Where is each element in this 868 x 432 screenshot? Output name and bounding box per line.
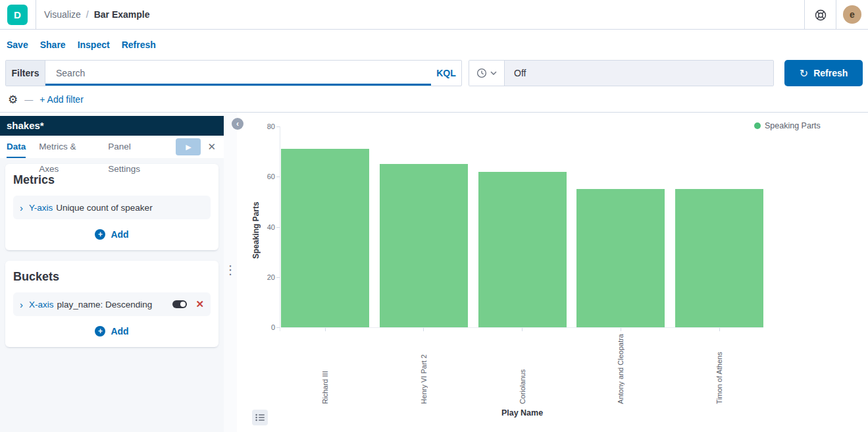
breadcrumb-section[interactable]: Visualize: [44, 9, 81, 20]
y-tick-label: 20: [253, 273, 275, 281]
apply-changes-button[interactable]: ▶: [176, 138, 201, 155]
x-axis-title: Play Name: [281, 408, 763, 418]
x-tick-mark: [325, 328, 326, 331]
breadcrumb-separator: /: [86, 9, 89, 20]
x-label-cell: Timon of Athens: [675, 334, 763, 404]
x-axis-labels: Richard IIIHenry VI Part 2CoriolanusAnto…: [281, 334, 763, 404]
time-picker-button[interactable]: [469, 61, 505, 86]
play-icon: ▶: [186, 143, 191, 151]
time-picker: Off: [469, 60, 774, 86]
clock-icon: [476, 68, 487, 78]
refresh-button-label: Refresh: [813, 68, 848, 78]
y-tick-label: 0: [253, 323, 275, 331]
bucket-label: play_name: Descending: [57, 300, 153, 310]
save-button[interactable]: Save: [7, 40, 28, 50]
metric-label: Unique count of speaker: [56, 203, 152, 213]
y-tick-mark: [276, 277, 280, 278]
add-filter-button[interactable]: + Add filter: [39, 94, 84, 105]
y-tick-mark: [276, 176, 280, 177]
tab-data[interactable]: Data: [7, 136, 26, 158]
toggle-legend-button[interactable]: [252, 410, 268, 425]
bar-3[interactable]: [478, 172, 567, 327]
x-axis-tick-marks: [281, 328, 763, 331]
plus-icon: +: [95, 326, 105, 337]
y-tick-label: 40: [253, 223, 275, 231]
x-tick-cell: [478, 328, 567, 331]
refresh-icon: ↻: [800, 67, 808, 80]
bar-1[interactable]: [281, 149, 369, 327]
add-metric-button[interactable]: + Add: [13, 229, 211, 240]
x-tick-mark: [719, 328, 720, 331]
y-tick-mark: [276, 227, 280, 228]
x-tick-cell: [576, 328, 665, 331]
x-label-cell: Antony and Cleopatra: [576, 334, 665, 404]
x-tick-cell: [380, 328, 468, 331]
chevron-right-icon: ›: [20, 299, 23, 310]
filter-bar: ⚙ — + Add filter: [0, 87, 868, 113]
share-button[interactable]: Share: [40, 40, 66, 50]
divider: [36, 0, 36, 29]
resize-handle-icon[interactable]: ⋮: [224, 264, 237, 276]
index-pattern-header: shakes*: [0, 116, 224, 136]
breadcrumb: Visualize / Bar Example: [44, 0, 150, 29]
gear-icon[interactable]: ⚙: [8, 94, 18, 105]
refresh-link[interactable]: Refresh: [122, 40, 156, 50]
kql-button[interactable]: KQL: [431, 61, 461, 86]
y-tick-mark: [276, 327, 280, 328]
chevron-right-icon: ›: [20, 202, 23, 213]
x-tick-mark: [423, 328, 424, 331]
legend-item[interactable]: Speaking Parts: [754, 121, 821, 130]
x-axis-label: Henry VI Part 2: [420, 334, 428, 404]
list-icon: [255, 414, 265, 421]
metric-y-axis-row[interactable]: › Y-axis Unique count of speaker: [13, 196, 211, 219]
buckets-title: Buckets: [13, 270, 211, 284]
discard-changes-icon[interactable]: ✕: [207, 141, 216, 153]
collapse-sidebar-button[interactable]: ‹: [232, 118, 243, 130]
help-button[interactable]: [813, 7, 829, 23]
bucket-x-axis-row[interactable]: › X-axis play_name: Descending ✕: [13, 292, 211, 316]
tab-panel-settings[interactable]: Panel Settings: [108, 136, 163, 158]
bucket-prefix: X-axis: [29, 300, 54, 310]
x-tick-mark: [621, 328, 621, 331]
filters-button[interactable]: Filters: [6, 61, 45, 86]
x-tick-mark: [522, 328, 523, 331]
y-tick-label: 60: [253, 173, 275, 180]
y-axis-line: [280, 126, 280, 331]
visualization-panel: Speaking Parts Speaking Parts 020406080 …: [237, 113, 868, 432]
plot-area: [281, 126, 763, 327]
x-tick-cell: [281, 328, 369, 331]
legend-label: Speaking Parts: [765, 121, 821, 130]
y-tick-label: 80: [253, 122, 275, 130]
enable-toggle[interactable]: [172, 300, 187, 308]
inspect-button[interactable]: Inspect: [78, 40, 110, 50]
app-logo[interactable]: D: [7, 5, 28, 25]
breadcrumb-page-title: Bar Example: [94, 9, 150, 20]
user-avatar[interactable]: e: [843, 5, 861, 24]
remove-bucket-icon[interactable]: ✕: [195, 298, 204, 310]
refresh-interval-value[interactable]: Off: [505, 61, 773, 86]
bar-5[interactable]: [675, 189, 763, 327]
buckets-card: Buckets › X-axis play_name: Descending ✕…: [5, 261, 218, 347]
chevron-down-icon: [490, 71, 497, 75]
visualize-toolbar: Save Share Inspect Refresh: [0, 30, 868, 59]
bar-4[interactable]: [576, 189, 665, 327]
x-axis-label: Richard III: [321, 334, 329, 404]
x-label-cell: Richard III: [281, 334, 369, 404]
lifebuoy-icon: [814, 9, 827, 22]
bar-2[interactable]: [380, 164, 468, 327]
plus-icon: +: [95, 229, 105, 240]
query-bar: Filters KQL: [5, 60, 462, 86]
divider: [836, 0, 836, 29]
vis-editor-sidebar: shakes* Data Metrics & Axes Panel Settin…: [0, 116, 224, 432]
tab-metrics-axes[interactable]: Metrics & Axes: [39, 136, 95, 158]
x-tick-cell: [675, 328, 763, 331]
add-bucket-button[interactable]: + Add: [13, 326, 211, 337]
x-label-cell: Henry VI Part 2: [380, 334, 468, 404]
search-input[interactable]: [45, 61, 431, 86]
x-label-cell: Coriolanus: [478, 334, 567, 404]
query-focus-underline: [45, 84, 431, 86]
refresh-button[interactable]: ↻ Refresh: [784, 60, 863, 86]
filter-dash: —: [24, 95, 33, 105]
add-metric-label: Add: [111, 229, 128, 240]
top-bar: D Visualize / Bar Example e: [0, 0, 868, 30]
